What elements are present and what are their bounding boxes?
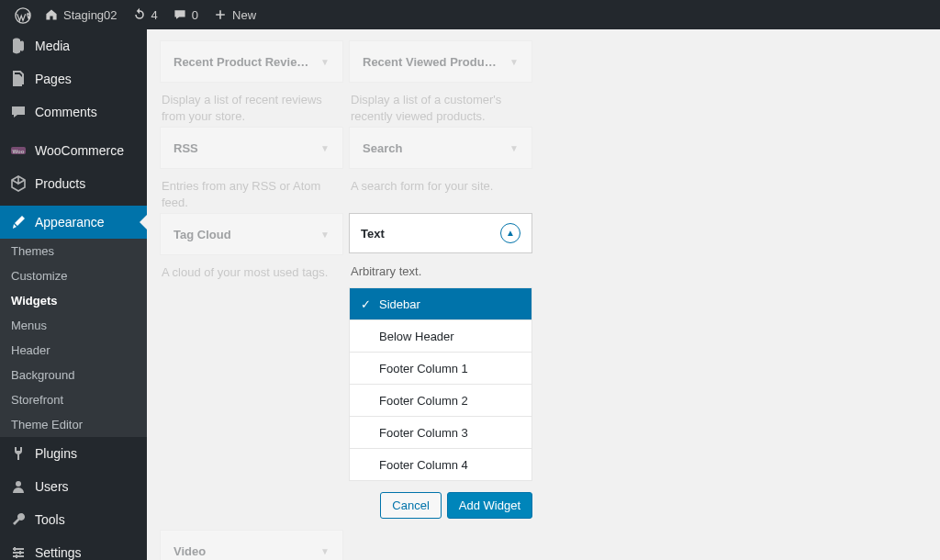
new-content-link[interactable]: New — [206, 0, 263, 29]
sidebar-subitem-storefront[interactable]: Storefront — [0, 387, 147, 412]
sidebar-item-label: Media — [35, 39, 70, 53]
chevron-down-icon: ▼ — [320, 546, 330, 556]
sidebar-subitem-menus[interactable]: Menus — [0, 313, 147, 338]
admin-sidebar: MediaPagesCommentsWooCommerceProductsApp… — [0, 29, 147, 560]
settings-icon — [9, 543, 28, 560]
content-area: Recent Product Revie…▼ Display a list of… — [147, 29, 940, 560]
sidebar-item-label: Appearance — [35, 215, 105, 230]
chevron-down-icon: ▼ — [320, 143, 330, 153]
collapse-toggle-icon[interactable]: ▲ — [500, 223, 520, 243]
site-name: Staging02 — [63, 8, 118, 22]
widget-box[interactable]: Video▼ — [160, 530, 343, 560]
widget-title: RSS — [173, 141, 198, 155]
widget-box[interactable]: Recent Product Revie…▼ — [160, 40, 343, 83]
sidebar-item-users[interactable]: Users — [0, 470, 147, 503]
user-icon — [9, 477, 28, 496]
wrench-icon — [9, 510, 28, 529]
widget-area-option[interactable]: Below Header — [350, 320, 532, 353]
widget-desc: A cloud of your most used tags. — [160, 255, 343, 299]
widget-title: Video — [173, 544, 206, 558]
widget-title: Text — [361, 227, 385, 241]
widget-area-option[interactable]: Footer Column 1 — [350, 353, 532, 385]
sidebar-item-label: Plugins — [35, 446, 77, 461]
widget-box[interactable]: Recent Viewed Produ…▼ — [349, 40, 532, 83]
sidebar-item-label: Pages — [35, 72, 72, 86]
widget-desc: A search form for your site. — [349, 169, 532, 213]
sidebar-item-label: Products — [35, 176, 85, 191]
woo-icon — [9, 141, 28, 160]
sidebar-item-pages[interactable]: Pages — [0, 62, 147, 95]
comments-count: 0 — [192, 8, 198, 22]
widget-area-option[interactable]: Footer Column 3 — [350, 417, 532, 449]
sidebar-item-label: Tools — [35, 512, 65, 527]
sidebar-subitem-widgets[interactable]: Widgets — [0, 288, 147, 313]
sidebar-item-label: Comments — [35, 105, 97, 119]
widget-title: Recent Product Revie… — [173, 55, 308, 69]
widget-box[interactable]: Search▼ — [349, 127, 532, 169]
chevron-down-icon: ▼ — [320, 230, 330, 240]
media-icon — [9, 37, 28, 55]
updates-link[interactable]: 4 — [125, 0, 165, 29]
widget-text-header[interactable]: Text ▲ — [349, 213, 532, 253]
widget-box[interactable]: RSS▼ — [160, 127, 343, 169]
chevron-down-icon: ▼ — [509, 143, 519, 153]
sidebar-item-settings[interactable]: Settings — [0, 536, 147, 560]
admin-topbar: Staging02 4 0 New — [0, 0, 940, 29]
sidebar-item-plugins[interactable]: Plugins — [0, 437, 147, 470]
sidebar-subitem-customize[interactable]: Customize — [0, 263, 147, 288]
sidebar-subitem-theme-editor[interactable]: Theme Editor — [0, 412, 147, 437]
plus-icon — [213, 7, 228, 22]
sidebar-item-label: WooCommerce — [35, 143, 124, 158]
sidebar-item-appearance[interactable]: Appearance — [0, 206, 147, 239]
sidebar-item-comments[interactable]: Comments — [0, 95, 147, 129]
widget-title: Recent Viewed Produ… — [363, 55, 497, 69]
wp-logo[interactable] — [7, 0, 37, 29]
sidebar-item-label: Users — [35, 479, 69, 494]
widget-title: Search — [363, 141, 402, 155]
chevron-down-icon: ▼ — [320, 57, 330, 67]
comment-icon — [9, 103, 28, 121]
updates-count: 4 — [151, 8, 158, 22]
widget-title: Tag Cloud — [173, 228, 231, 241]
cancel-button[interactable]: Cancel — [380, 492, 441, 519]
add-widget-button[interactable]: Add Widget — [447, 492, 532, 519]
sidebar-item-label: Settings — [35, 545, 82, 560]
sidebar-item-products[interactable]: Products — [0, 167, 147, 200]
chevron-down-icon: ▼ — [509, 57, 519, 67]
widget-area-option[interactable]: Sidebar — [350, 288, 532, 320]
refresh-icon — [132, 7, 147, 22]
home-icon — [44, 7, 59, 22]
comments-link[interactable]: 0 — [165, 0, 206, 29]
widget-desc: Arbitrary text. — [349, 253, 532, 287]
widget-area-option[interactable]: Footer Column 2 — [350, 385, 532, 417]
widget-area-list: SidebarBelow HeaderFooter Column 1Footer… — [349, 287, 532, 481]
plug-icon — [9, 444, 28, 463]
sidebar-item-media[interactable]: Media — [0, 29, 147, 62]
widget-box[interactable]: Tag Cloud▼ — [160, 213, 343, 255]
site-link[interactable]: Staging02 — [37, 0, 125, 29]
new-label: New — [232, 8, 256, 22]
sidebar-subitem-background[interactable]: Background — [0, 363, 147, 387]
sidebar-subitem-header[interactable]: Header — [0, 338, 147, 363]
sidebar-subitem-themes[interactable]: Themes — [0, 239, 147, 263]
sidebar-item-tools[interactable]: Tools — [0, 503, 147, 536]
brush-icon — [9, 213, 28, 231]
comment-icon — [173, 7, 187, 22]
widget-area-option[interactable]: Footer Column 4 — [350, 449, 532, 481]
widget-text-chooser: Text ▲ Arbitrary text. SidebarBelow Head… — [349, 213, 532, 519]
sidebar-item-woocommerce[interactable]: WooCommerce — [0, 134, 147, 167]
products-icon — [9, 174, 28, 193]
page-icon — [9, 70, 28, 88]
